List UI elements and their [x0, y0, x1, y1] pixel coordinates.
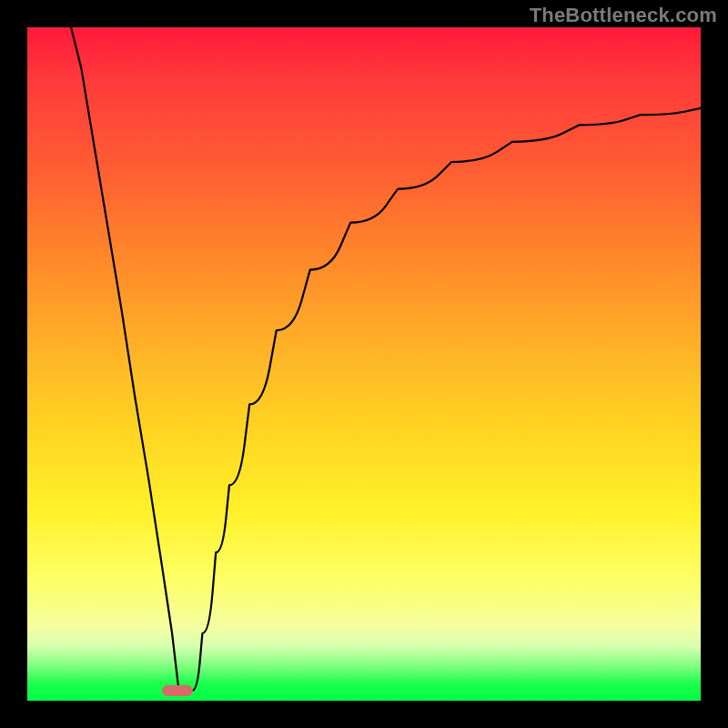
curve-path — [71, 27, 701, 691]
chart-frame: TheBottleneck.com — [0, 0, 728, 728]
plot-area — [27, 27, 701, 701]
bottleneck-curve — [27, 27, 701, 701]
optimal-marker — [162, 685, 192, 696]
watermark-text: TheBottleneck.com — [530, 4, 717, 27]
